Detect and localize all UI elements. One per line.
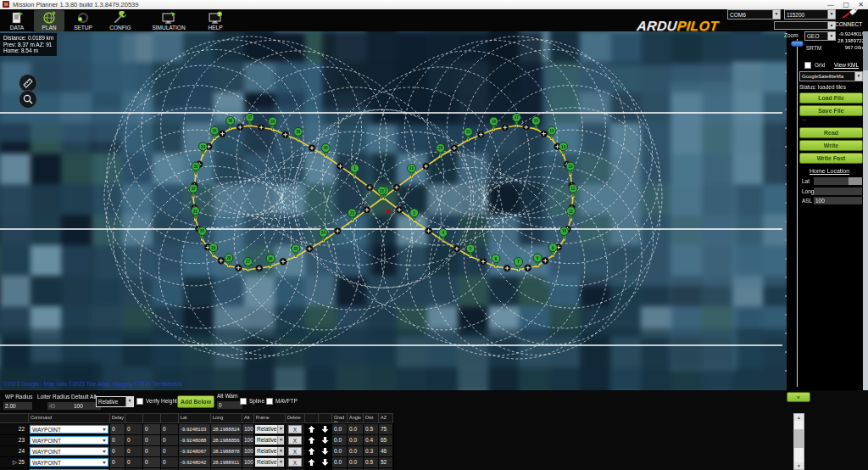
move-up-cell[interactable] <box>305 435 319 445</box>
delete-cell[interactable]: X <box>286 435 305 445</box>
move-up-icon[interactable] <box>308 425 315 434</box>
move-up-cell[interactable] <box>305 457 319 467</box>
map-type-select[interactable]: GoogleSatelliteMa▼ <box>799 71 863 81</box>
param-cell[interactable]: 0 <box>125 435 143 445</box>
delete-row-button[interactable]: X <box>288 436 302 445</box>
command-select[interactable]: WAYPOINT <box>30 425 108 434</box>
tab-data[interactable]: DATA <box>2 10 32 31</box>
mavftp-checkbox[interactable] <box>266 398 273 405</box>
command-cell[interactable]: WAYPOINT <box>29 457 110 467</box>
zoom-tool-button[interactable] <box>19 90 37 109</box>
scroll-down-icon[interactable]: ▼ <box>794 462 804 469</box>
insert-midpoint-marker[interactable] <box>480 258 487 265</box>
frame-select[interactable]: Relative▼ <box>255 436 284 445</box>
insert-midpoint-marker[interactable] <box>540 131 547 137</box>
long-cell[interactable]: 28.1988911 <box>211 457 242 467</box>
spline-checkbox[interactable] <box>240 398 247 405</box>
param-cell[interactable]: 0 <box>125 446 143 456</box>
alt-cell[interactable]: 100 <box>242 446 254 456</box>
frame-cell[interactable]: Relative▼ <box>254 435 286 445</box>
move-down-cell[interactable] <box>319 435 332 445</box>
param-cell[interactable]: 0 <box>110 457 125 467</box>
load-file-button[interactable]: Load File <box>799 92 863 104</box>
long-cell[interactable]: 28.1988856 <box>211 435 242 445</box>
add-below-button[interactable]: Add Below <box>177 395 214 408</box>
tab-simulation[interactable]: SIMULATION <box>141 10 197 31</box>
insert-midpoint-marker[interactable] <box>364 206 370 213</box>
chevron-down-icon[interactable]: ▼ <box>827 10 835 19</box>
alt-source-select[interactable]: GEO▼ <box>804 31 836 41</box>
command-cell[interactable]: WAYPOINT <box>29 424 110 434</box>
scroll-up-icon[interactable]: ▲ <box>794 414 804 421</box>
insert-midpoint-marker[interactable] <box>219 131 225 137</box>
insert-midpoint-marker[interactable] <box>236 124 243 131</box>
com-port-select[interactable]: COM6▼ <box>727 9 781 20</box>
insert-midpoint-marker[interactable] <box>256 265 263 271</box>
chevron-down-icon[interactable]: ▼ <box>125 397 133 406</box>
insert-midpoint-marker[interactable] <box>393 184 400 191</box>
chevron-down-icon[interactable]: ▼ <box>827 22 835 29</box>
insert-midpoint-marker[interactable] <box>235 265 242 271</box>
move-down-cell[interactable] <box>319 446 332 456</box>
param-cell[interactable]: 0 <box>143 435 161 445</box>
insert-midpoint-marker[interactable] <box>477 131 484 138</box>
move-down-icon[interactable] <box>321 458 329 467</box>
insert-midpoint-marker[interactable] <box>258 124 264 131</box>
param-cell[interactable]: 0 <box>125 424 143 434</box>
chevron-down-icon[interactable]: ▼ <box>772 10 780 19</box>
insert-midpoint-marker[interactable] <box>334 227 341 234</box>
zoom-slider-handle[interactable] <box>791 41 804 47</box>
insert-midpoint-marker[interactable] <box>542 257 548 264</box>
param-cell[interactable]: 0 <box>110 435 125 445</box>
param-cell[interactable]: 0 <box>110 446 125 456</box>
collapse-panel-button[interactable]: v <box>787 392 810 402</box>
frame-select[interactable]: Relative▼ <box>255 458 284 467</box>
zoom-slider-track[interactable] <box>797 39 798 387</box>
frame-cell[interactable]: Relative▼ <box>254 424 286 434</box>
insert-midpoint-marker[interactable] <box>306 245 313 252</box>
alt-cell[interactable]: 100 <box>242 435 254 445</box>
insert-midpoint-marker[interactable] <box>337 163 343 170</box>
insert-midpoint-marker[interactable] <box>504 265 510 271</box>
insert-midpoint-marker[interactable] <box>280 258 287 265</box>
move-up-icon[interactable] <box>308 447 315 456</box>
insert-midpoint-marker[interactable] <box>523 124 530 131</box>
delete-row-button[interactable]: X <box>288 447 302 456</box>
tab-plan[interactable]: PLAN <box>34 10 64 31</box>
insert-midpoint-marker[interactable] <box>426 227 432 234</box>
move-down-icon[interactable] <box>321 447 329 456</box>
move-down-cell[interactable] <box>319 457 332 467</box>
table-scrollbar-thumb[interactable] <box>794 429 804 448</box>
frame-cell[interactable]: Relative▼ <box>254 446 286 456</box>
verify-height-checkbox[interactable] <box>136 398 143 405</box>
insert-midpoint-marker[interactable] <box>525 265 531 271</box>
write-fast-button[interactable]: Write Fast <box>799 153 863 164</box>
chevron-down-icon[interactable]: ▼ <box>854 72 862 81</box>
frame-select[interactable]: Relative▼ <box>255 425 284 434</box>
long-cell[interactable]: 28.1988878 <box>211 446 242 456</box>
read-button[interactable]: Read <box>799 127 863 138</box>
aux-select[interactable]: ▼ <box>774 21 836 30</box>
grid-checkbox[interactable] <box>804 62 811 69</box>
lat-cell[interactable]: -9.9248088 <box>179 435 211 445</box>
view-kml-link[interactable]: View KML <box>834 62 859 68</box>
delete-row-button[interactable]: X <box>288 458 302 467</box>
home-lat-input[interactable] <box>814 177 862 185</box>
alt-cell[interactable]: 100 <box>242 457 254 467</box>
lat-cell[interactable]: -9.9248103 <box>179 424 211 434</box>
alt-cell[interactable]: 100 <box>242 424 254 434</box>
command-cell[interactable]: WAYPOINT <box>29 435 110 445</box>
insert-midpoint-marker[interactable] <box>396 206 403 213</box>
tab-config[interactable]: CONFIG <box>102 10 139 31</box>
move-up-cell[interactable] <box>305 446 319 456</box>
insert-midpoint-marker[interactable] <box>451 144 458 151</box>
delete-cell[interactable]: X <box>286 424 305 434</box>
write-button[interactable]: Write <box>799 140 863 151</box>
command-select[interactable]: WAYPOINT <box>30 458 108 467</box>
panel-scrollbar-thumb[interactable] <box>863 31 868 70</box>
frame-select[interactable]: Relative▼ <box>96 396 134 407</box>
move-up-cell[interactable] <box>305 424 319 434</box>
insert-midpoint-marker[interactable] <box>366 184 373 191</box>
frame-select[interactable]: Relative▼ <box>255 447 284 456</box>
command-cell[interactable]: WAYPOINT <box>29 446 110 456</box>
